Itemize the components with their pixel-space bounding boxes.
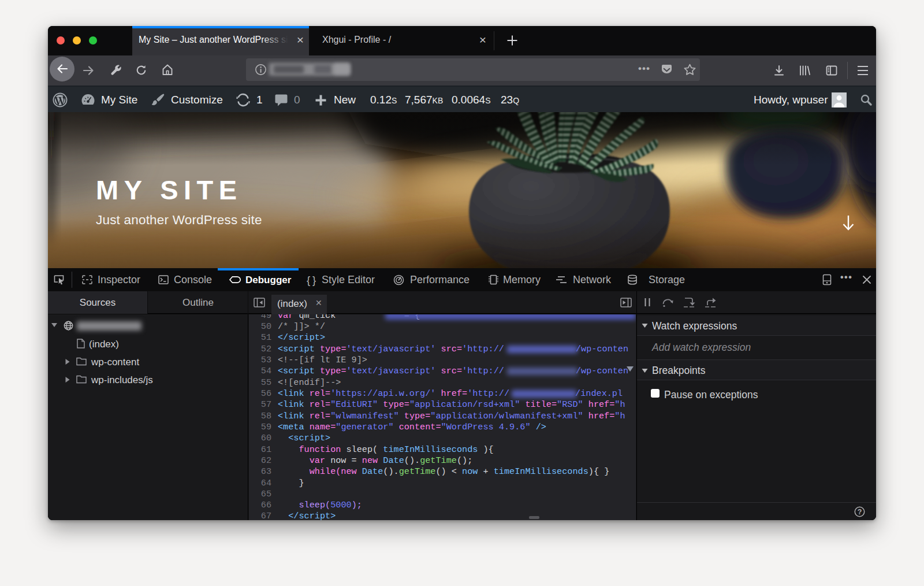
svg-text:?: ?: [858, 508, 862, 516]
